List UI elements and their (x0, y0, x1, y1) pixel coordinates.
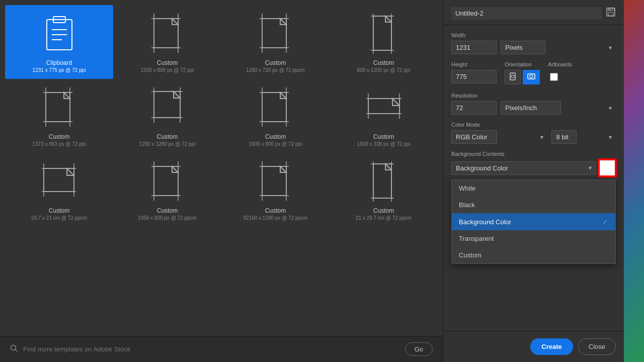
template-custom-4[interactable]: Custom 1373 x 863 px @ 72 ppi (5, 79, 113, 153)
custom2-sub: 644 x 362 px @ 72 ppcm (246, 67, 305, 73)
template-custom-1[interactable]: Custom 1200 x 800 px @ 72 ppi (113, 5, 221, 79)
color-swatch[interactable] (599, 159, 616, 176)
resolution-group: Resolution Pixels/Inch Pixels/Centimeter (451, 93, 616, 115)
right-footer: Create Close (443, 331, 624, 362)
search-input[interactable] (23, 345, 400, 353)
clipboard-icon (39, 11, 79, 56)
dropdown-custom[interactable]: Custom (452, 247, 615, 263)
bit-depth-wrapper: 8 bit 16 bit 32 bit (551, 130, 616, 144)
template-grid: Clipboard 1231 x 775 px @ 72 ppi (0, 0, 443, 336)
custom1-sub: 1200 x 800 px @ 72 ppi (141, 67, 194, 73)
bg-select-wrapper: Background Color White Black Transparent… (451, 161, 596, 175)
dropdown-white[interactable]: White (452, 180, 615, 197)
svg-point-114 (530, 75, 533, 78)
custom4-sub: 1373 x 863 px @ 72 ppi (33, 141, 86, 147)
custom9-label: Custom (157, 207, 178, 214)
dropdown-background-color[interactable]: Background Color ✓ (452, 213, 615, 230)
color-mode-wrapper: RGB Color CMYK Color Grayscale (451, 130, 547, 144)
landscape-button[interactable] (523, 70, 540, 84)
bg-contents-select[interactable]: Background Color White Black Transparent… (451, 161, 596, 175)
height-input[interactable] (451, 70, 497, 83)
custom3-label: Custom (373, 59, 394, 66)
clipboard-sub: 1231 x 775 px @ 72 ppi (33, 67, 86, 73)
template-custom-8[interactable]: Custom 29.7 x 21 cm @ 72 ppcm (5, 153, 113, 227)
svg-point-104 (11, 345, 16, 350)
color-mode-select[interactable]: RGB Color CMYK Color Grayscale (451, 130, 497, 144)
close-button[interactable]: Close (578, 338, 616, 355)
width-input[interactable] (451, 41, 497, 54)
custom11-sub: 21 x 29.7 cm @ 72 ppcm (356, 215, 412, 221)
template-custom-10[interactable]: Custom 92160 x 1280 px @ 72 ppcm (221, 153, 330, 227)
doc-icon-7 (364, 85, 404, 130)
edge-image (624, 0, 644, 362)
template-custom-7[interactable]: Custom 1600 x 338 px @ 72 ppi (330, 79, 438, 153)
left-panel: Clipboard 1231 x 775 px @ 72 ppi (0, 0, 443, 362)
doc-icon-8 (39, 159, 79, 204)
go-button[interactable]: Go (405, 342, 433, 356)
bg-contents-group: Background Contents Background Color Whi… (451, 151, 616, 264)
height-group: Height Orientation (451, 61, 616, 85)
save-icon[interactable] (606, 7, 616, 20)
custom11-label: Custom (373, 207, 394, 214)
orientation-label: Orientation (505, 61, 540, 67)
portrait-button[interactable] (505, 70, 521, 84)
doc-icon-5 (147, 85, 188, 130)
custom6-label: Custom (265, 133, 286, 140)
height-label: Height (451, 61, 497, 67)
template-custom-11[interactable]: Custom 21 x 29.7 cm @ 72 ppcm (330, 153, 438, 227)
right-body: Width Pixels Inches Centimeters Height (443, 25, 624, 331)
custom7-sub: 1600 x 338 px @ 72 ppi (357, 141, 411, 147)
search-icon (10, 344, 18, 354)
resolution-row: Pixels/Inch Pixels/Centimeter (451, 101, 616, 115)
custom8-sub: 29.7 x 21 cm @ 72 ppcm (31, 215, 87, 221)
custom8-label: Custom (49, 207, 69, 214)
template-custom-9[interactable]: Custom 1958 x 800 px @ 72 ppcm (113, 153, 221, 227)
width-row: Pixels Inches Centimeters (451, 41, 616, 54)
doc-icon-11 (364, 159, 404, 204)
search-bar: Go (0, 336, 443, 362)
resolution-unit-wrapper: Pixels/Inch Pixels/Centimeter (501, 101, 616, 115)
bit-depth-select[interactable]: 8 bit 16 bit 32 bit (551, 130, 577, 144)
edge-panel (624, 0, 644, 362)
dropdown-transparent[interactable]: Transparent (452, 230, 615, 247)
doc-icon-1 (147, 11, 188, 56)
artboards-label: Artboards (548, 61, 572, 67)
svg-line-105 (16, 349, 18, 351)
width-unit-select[interactable]: Pixels Inches Centimeters (501, 41, 545, 54)
template-clipboard[interactable]: Clipboard 1231 x 775 px @ 72 ppi (5, 5, 113, 79)
bg-dropdown-menu: White Black Background Color ✓ Transpare… (451, 179, 616, 264)
bg-contents-label: Background Contents (451, 151, 616, 157)
doc-title-input[interactable] (451, 7, 602, 20)
custom5-sub: 1280 x 1280 px @ 72 ppi (139, 141, 195, 147)
template-custom-2[interactable]: Custom 644 x 362 px @ 72 ppcm (221, 5, 330, 79)
checkmark-icon: ✓ (602, 218, 608, 226)
dropdown-black[interactable]: Black (452, 197, 615, 213)
template-custom-3[interactable]: Custom 800 x 1200 px @ 72 ppi (330, 5, 438, 79)
custom10-sub: 92160 x 1280 px @ 72 ppcm (243, 215, 307, 221)
custom6-sub: 1600 x 800 px @ 72 ppi (249, 141, 302, 147)
svg-point-112 (511, 75, 514, 78)
width-unit-wrapper: Pixels Inches Centimeters (501, 41, 616, 54)
resolution-input[interactable] (451, 101, 497, 115)
doc-icon-3 (364, 11, 404, 56)
color-mode-group: Color Mode RGB Color CMYK Color Grayscal… (451, 122, 616, 144)
svg-rect-108 (608, 13, 613, 16)
right-header (443, 0, 624, 25)
doc-icon-10 (256, 159, 296, 204)
template-custom-6[interactable]: Custom 1600 x 800 px @ 72 ppi (221, 79, 330, 153)
custom1-label: Custom (157, 59, 178, 66)
doc-icon-9 (147, 159, 188, 204)
custom5-label: Custom (157, 133, 178, 140)
color-mode-label: Color Mode (451, 122, 616, 128)
custom3-sub: 800 x 1200 px @ 72 ppi (357, 67, 411, 73)
resolution-unit-select[interactable]: Pixels/Inch Pixels/Centimeter (501, 101, 561, 115)
template-custom-5[interactable]: Custom 1280 x 1280 px @ 72 ppi (113, 79, 221, 153)
custom4-label: Custom (49, 133, 69, 140)
create-button[interactable]: Create (530, 338, 573, 355)
clipboard-label: Clipboard (46, 59, 72, 66)
custom10-label: Custom (265, 207, 286, 214)
artboards-checkbox[interactable] (550, 73, 558, 81)
doc-icon-2 (256, 11, 296, 56)
doc-icon-4 (39, 85, 79, 130)
custom2-label: Custom (265, 59, 286, 66)
